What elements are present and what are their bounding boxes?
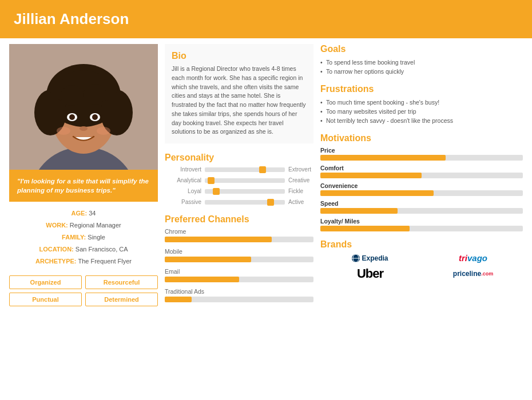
personality-right-label: Creative <box>285 177 313 183</box>
motivation-bar-fill <box>320 155 446 161</box>
motivation-bar-fill <box>320 208 398 214</box>
personality-bar <box>205 178 285 183</box>
demographics: AGE: 34 WORK: Regional Manager FAMILY: S… <box>9 202 158 273</box>
archetype-label: ARCHETYPE: <box>35 258 77 265</box>
frustrations-list: Too much time spent booking - she's busy… <box>320 98 523 125</box>
channel-bar-container <box>165 237 313 242</box>
location-row: LOCATION: San Francisco, CA <box>14 243 153 255</box>
goal-item: To spend less time booking travel <box>320 58 523 67</box>
motivation-row: Price <box>320 147 523 161</box>
channel-bar-fill <box>165 297 192 302</box>
tag-item: Organized <box>9 275 82 289</box>
motivation-bar-container <box>320 208 523 214</box>
channel-row: Email <box>165 268 313 282</box>
age-value: 34 <box>89 210 96 217</box>
motivation-bar-fill <box>320 226 410 231</box>
archetype-row: ARCHETYPE: The Frequent Flyer <box>14 255 153 267</box>
profile-photo <box>9 44 158 170</box>
personality-section: Personality Introvert Extrovert Analytic… <box>165 153 313 205</box>
motivation-label: Speed <box>320 200 523 207</box>
personality-marker <box>208 177 215 184</box>
motivations-section: Motivations Price Comfort Convenience Sp… <box>320 133 523 231</box>
personality-marker <box>213 188 220 195</box>
main-content: "I'm looking for a site that will simpli… <box>0 38 532 314</box>
goal-item: To narrow her options quickly <box>320 67 523 76</box>
motivation-label: Loyalty/ Miles <box>320 218 523 225</box>
tags-container: OrganizedResourcefulPunctualDetermined <box>9 273 158 309</box>
svg-point-18 <box>97 127 110 135</box>
channel-bar-container <box>165 257 313 262</box>
brand-expedia: Expedia <box>320 253 420 263</box>
frustration-item: Too many websites visited per trip <box>320 107 523 116</box>
goals-section: Goals To spend less time booking travelT… <box>320 44 523 76</box>
tag-item: Determined <box>85 293 158 306</box>
motivation-bar-container <box>320 155 523 161</box>
motivation-row: Speed <box>320 200 523 214</box>
channel-label: Email <box>165 268 313 275</box>
channels-title: Preferred Channels <box>165 214 313 225</box>
right-column: Goals To spend less time booking travelT… <box>320 44 523 309</box>
bio-title: Bio <box>172 51 307 61</box>
channel-bar-container <box>165 277 313 282</box>
family-row: FAMILY: Single <box>14 231 153 243</box>
bio-text: Jill is a Regional Director who travels … <box>172 65 307 137</box>
personality-right-label: Fickle <box>285 188 313 194</box>
channel-row: Traditional Ads <box>165 288 313 302</box>
frustrations-section: Frustrations Too much time spent booking… <box>320 84 523 125</box>
motivation-label: Comfort <box>320 165 523 171</box>
svg-point-17 <box>57 127 70 135</box>
motivation-bar-fill <box>320 173 422 178</box>
personality-row: Introvert Extrovert <box>165 166 313 173</box>
goals-title: Goals <box>320 44 523 54</box>
motivation-bar-container <box>320 226 523 231</box>
tag-item: Punctual <box>9 293 82 306</box>
personality-marker <box>259 166 266 173</box>
age-row: AGE: 34 <box>14 207 153 219</box>
channel-label: Mobile <box>165 248 313 255</box>
personality-row: Loyal Fickle <box>165 188 313 194</box>
channel-bar-fill <box>165 237 272 242</box>
channel-bars: Chrome Mobile Email Traditional Ads <box>165 228 313 302</box>
motivation-label: Convenience <box>320 182 523 189</box>
brands-section: Brands Expedia trivago Uber <box>320 239 523 281</box>
motivation-bars: Price Comfort Convenience Speed Loyalty/… <box>320 147 523 231</box>
frustrations-title: Frustrations <box>320 84 523 94</box>
frustration-item: Not terribly tech savvy - doesn't like t… <box>320 116 523 125</box>
personality-title: Personality <box>165 153 313 163</box>
goals-list: To spend less time booking travelTo narr… <box>320 58 523 76</box>
svg-point-10 <box>61 85 84 106</box>
persona-name: Jillian Anderson <box>14 10 518 28</box>
motivation-label: Price <box>320 147 523 154</box>
brand-priceline: priceline.com <box>423 266 523 281</box>
motivation-bar-fill <box>320 190 434 196</box>
motivations-title: Motivations <box>320 133 523 143</box>
channel-bar-fill <box>165 277 239 282</box>
channel-bar-container <box>165 297 313 302</box>
channel-bar-fill <box>165 257 251 262</box>
location-value: San Francisco, CA <box>76 246 128 253</box>
personality-row: Analytical Creative <box>165 177 313 183</box>
middle-column: Bio Jill is a Regional Director who trav… <box>165 44 313 309</box>
tag-item: Resourceful <box>85 275 158 289</box>
personality-bar <box>205 189 285 194</box>
work-row: WORK: Regional Manager <box>14 219 153 231</box>
motivation-bar-container <box>320 190 523 196</box>
work-value: Regional Manager <box>70 222 121 229</box>
bio-section: Bio Jill is a Regional Director who trav… <box>165 44 313 143</box>
personality-bars: Introvert Extrovert Analytical Creative … <box>165 166 313 205</box>
personality-right-label: Active <box>285 199 313 205</box>
motivation-row: Loyalty/ Miles <box>320 218 523 231</box>
brand-trivago: trivago <box>423 253 523 263</box>
personality-bar <box>205 167 285 172</box>
svg-point-14 <box>69 114 75 120</box>
personality-bar <box>205 200 285 205</box>
channel-row: Mobile <box>165 248 313 262</box>
quote-text: "I'm looking for a site that will simpli… <box>17 177 150 195</box>
age-label: AGE: <box>72 210 88 217</box>
brands-grid: Expedia trivago Uber priceline.com <box>320 253 523 281</box>
personality-row: Passive Active <box>165 199 313 205</box>
personality-left-label: Analytical <box>165 177 205 183</box>
personality-left-label: Passive <box>165 199 205 205</box>
family-label: FAMILY: <box>62 234 86 241</box>
work-label: WORK: <box>46 222 68 229</box>
